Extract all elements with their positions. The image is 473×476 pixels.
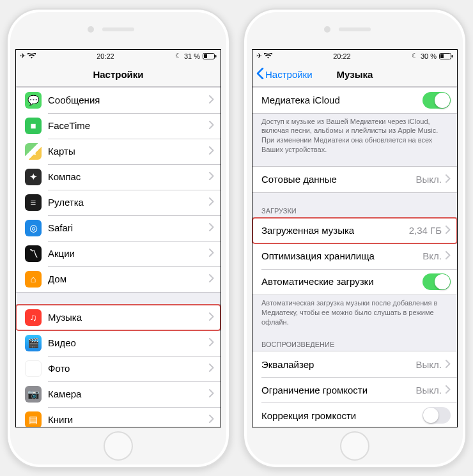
toggle[interactable] [423, 92, 451, 109]
row-label: Safari [48, 222, 209, 233]
settings-row[interactable]: Загруженная музыка2,34 ГБ [252, 218, 457, 243]
settings-row[interactable]: ▲Карты [16, 139, 221, 164]
back-button[interactable]: Настройки [256, 68, 313, 81]
settings-row[interactable]: ✿Фото [16, 356, 221, 381]
screen-right: ✈︎ 20:22 ☾ 30 % Настройки Музыка [252, 49, 458, 427]
row-label: Ограничение громкости [261, 385, 416, 395]
chevron-right-icon [446, 385, 451, 395]
airplane-icon: ✈︎ [20, 52, 26, 60]
page-title: Музыка [337, 69, 373, 80]
photos-icon: ✿ [25, 360, 42, 377]
settings-row[interactable]: ■FaceTime [16, 113, 221, 139]
facetime-icon: ■ [25, 118, 42, 134]
chevron-right-icon [209, 120, 214, 131]
chevron-right-icon [446, 225, 451, 236]
maps-icon: ▲ [25, 143, 42, 160]
chevron-right-icon [209, 414, 214, 425]
row-value: Выкл. [416, 359, 442, 370]
music-icon: ♫ [25, 309, 42, 326]
settings-row[interactable]: 💬Сообщения [16, 88, 221, 113]
svg-rect-4 [440, 54, 444, 58]
battery-icon [203, 53, 217, 59]
group-header: ЗАГРУЗКИ [252, 204, 457, 217]
battery-pct: 31 % [184, 52, 200, 60]
chevron-right-icon [209, 222, 214, 233]
settings-row[interactable]: Автоматические загрузки [252, 269, 457, 295]
chevron-right-icon [209, 171, 214, 182]
status-bar: ✈︎ 20:22 ☾ 30 % [252, 50, 457, 63]
chevron-right-icon [209, 95, 214, 105]
status-time: 20:22 [97, 52, 114, 60]
settings-row[interactable]: 📷Камера [16, 381, 221, 407]
group-footer: Доступ к музыке из Вашей Медиатеки через… [252, 114, 457, 155]
chevron-right-icon [209, 146, 214, 157]
settings-row[interactable]: ЭквалайзерВыкл. [252, 351, 457, 377]
row-label: Коррекция громкости [261, 410, 423, 421]
navbar: Настройки Музыка [252, 63, 457, 87]
settings-row[interactable]: 🎬Видео [16, 330, 221, 356]
music-settings[interactable]: Медиатека iCloud Доступ к музыке из Ваше… [252, 87, 457, 427]
row-label: Сообщения [48, 95, 209, 105]
moon-icon: ☾ [175, 52, 182, 60]
chevron-left-icon [256, 68, 264, 81]
screen-left: ✈︎ 20:22 ☾ 31 % Настройки 💬Сообщения■Fac… [15, 49, 221, 427]
phone-right: ✈︎ 20:22 ☾ 30 % Настройки Музыка [243, 8, 467, 468]
camera-icon: 📷 [25, 386, 42, 403]
chevron-right-icon [209, 197, 214, 208]
airplane-icon: ✈︎ [256, 52, 262, 60]
home-button[interactable] [340, 431, 369, 461]
row-label: Сотовые данные [261, 174, 416, 185]
row-label: Дом [48, 273, 209, 284]
settings-row[interactable]: Медиатека iCloud [252, 88, 457, 113]
wifi-icon [27, 53, 36, 59]
status-time: 20:22 [333, 52, 351, 60]
row-label: Медиатека iCloud [261, 95, 423, 105]
home-icon: ⌂ [25, 271, 42, 288]
wifi-icon [264, 53, 272, 59]
row-label: Фото [48, 363, 209, 374]
row-value: 2,34 ГБ [409, 225, 442, 236]
safari-icon: ◎ [25, 220, 42, 236]
books-icon: ▤ [25, 411, 42, 427]
settings-row[interactable]: ≡Рулетка [16, 190, 221, 215]
back-label: Настройки [265, 69, 313, 80]
chevron-right-icon [209, 312, 214, 323]
moon-icon: ☾ [412, 52, 418, 60]
settings-row[interactable]: ⌂Дом [16, 266, 221, 292]
home-button[interactable] [104, 431, 133, 461]
settings-row[interactable]: Сотовые данныеВыкл. [252, 167, 457, 192]
row-label: Оптимизация хранилища [261, 250, 423, 261]
row-label: Рулетка [48, 197, 209, 208]
chevron-right-icon [209, 363, 214, 374]
toggle[interactable] [423, 407, 451, 424]
status-bar: ✈︎ 20:22 ☾ 31 % [16, 50, 221, 63]
battery-pct: 30 % [421, 52, 437, 60]
camera-dot [324, 26, 330, 33]
speaker [102, 27, 134, 31]
chevron-right-icon [209, 273, 214, 284]
settings-row[interactable]: Ограничение громкостиВыкл. [252, 377, 457, 403]
chevron-right-icon [209, 388, 214, 399]
row-label: Книги [48, 414, 209, 425]
row-value: Выкл. [416, 385, 442, 395]
compass-icon: ✦ [25, 169, 42, 185]
row-label: FaceTime [48, 120, 209, 131]
settings-row[interactable]: ◎Safari [16, 215, 221, 241]
row-label: Компас [48, 171, 209, 182]
chevron-right-icon [446, 250, 451, 261]
settings-row[interactable]: ▤Книги [16, 407, 221, 427]
settings-row[interactable]: 〽Акции [16, 241, 221, 266]
camera-dot [88, 26, 94, 33]
toggle[interactable] [423, 273, 451, 290]
battery-icon [439, 53, 453, 59]
settings-row[interactable]: ♫Музыка [16, 305, 221, 330]
navbar: Настройки [16, 63, 221, 87]
settings-row[interactable]: ✦Компас [16, 164, 221, 190]
settings-row[interactable]: Оптимизация хранилищаВкл. [252, 243, 457, 269]
svg-rect-2 [215, 55, 216, 58]
stocks-icon: 〽 [25, 245, 42, 262]
settings-list[interactable]: 💬Сообщения■FaceTime▲Карты✦Компас≡Рулетка… [16, 87, 221, 427]
group-footer: Автоматическая загрузка музыки после доб… [252, 295, 457, 327]
settings-row[interactable]: Коррекция громкости [252, 403, 457, 426]
svg-rect-5 [451, 55, 453, 58]
